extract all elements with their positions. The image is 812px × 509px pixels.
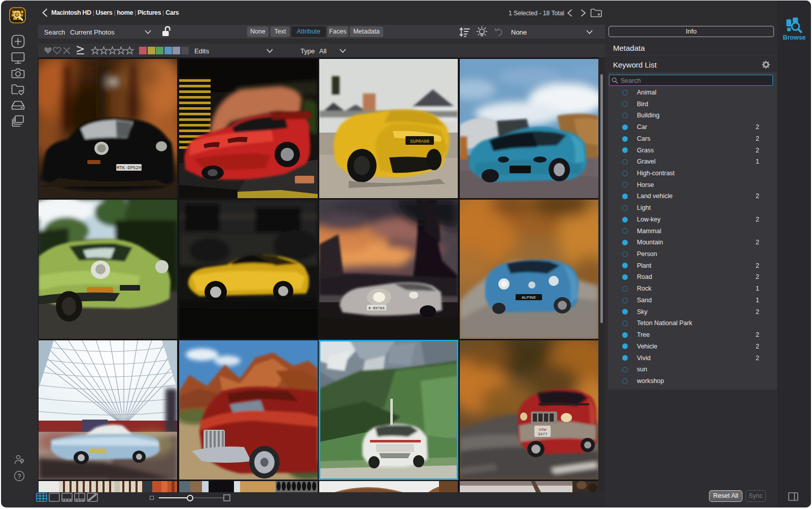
svg-text:3477: 3477 [537, 432, 547, 436]
svg-text:SUPRA90: SUPRA90 [410, 139, 429, 144]
svg-text:50W: 50W [538, 427, 546, 432]
svg-text:K·RX784: K·RX784 [368, 306, 385, 310]
svg-text:MTK·DP52H: MTK·DP52H [117, 166, 142, 171]
svg-text:ALPINE: ALPINE [521, 295, 535, 300]
svg-text:?: ? [18, 473, 21, 480]
